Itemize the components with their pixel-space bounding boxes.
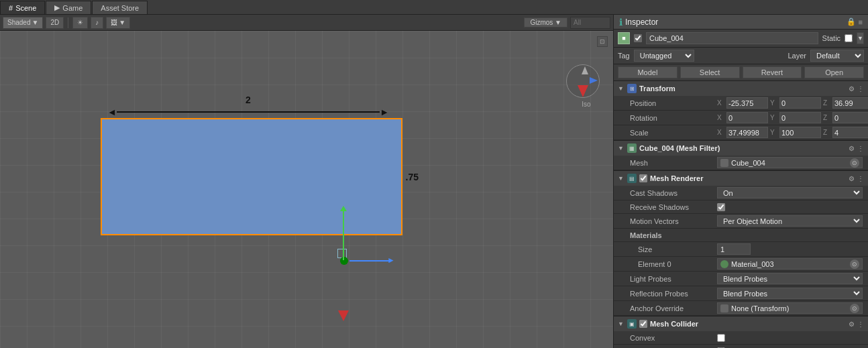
- rotation-x-input[interactable]: [726, 112, 768, 123]
- materials-size-input[interactable]: [717, 243, 751, 255]
- revert-button[interactable]: Revert: [743, 66, 802, 78]
- open-button[interactable]: Open: [804, 66, 864, 78]
- mesh-renderer-more-button[interactable]: ⋮: [857, 175, 864, 182]
- mesh-collider-more-button[interactable]: ⋮: [857, 321, 864, 328]
- rotation-z-input[interactable]: [832, 112, 868, 123]
- rotation-xyz: X Y Z: [717, 112, 868, 123]
- reflection-probes-label: Reflection Probes: [630, 290, 717, 298]
- scene-object[interactable]: [101, 118, 402, 235]
- inflate-mesh-row: Inflate Mesh: [614, 345, 868, 348]
- transform-center-handle[interactable]: [340, 257, 348, 265]
- viewport-maximize-button[interactable]: ⊡: [597, 36, 608, 47]
- element0-label: Element 0: [630, 260, 717, 268]
- shading-button[interactable]: Shaded ▼: [3, 17, 43, 29]
- scale-z-label: Z: [823, 129, 831, 136]
- tag-select[interactable]: Untagged: [634, 50, 694, 62]
- mesh-filter-mesh-select-button[interactable]: ⊙: [850, 158, 859, 168]
- scale-y-input[interactable]: [779, 127, 821, 138]
- anchor-override-select-button[interactable]: ⊙: [850, 304, 859, 313]
- mesh-renderer-settings-button[interactable]: ⚙: [849, 175, 855, 182]
- search-input[interactable]: [570, 17, 610, 29]
- light-probes-select[interactable]: Blend Probes Off Use Proxy Volume: [717, 273, 863, 284]
- layer-select[interactable]: Default: [810, 50, 864, 62]
- tab-scene[interactable]: # Scene: [0, 1, 45, 14]
- materials-label: Materials: [630, 231, 717, 239]
- transform-more-button[interactable]: ⋮: [857, 85, 864, 93]
- position-xyz: X Y Z: [717, 97, 868, 109]
- position-y-input[interactable]: [779, 97, 821, 109]
- mesh-filter-more-button[interactable]: ⋮: [857, 145, 864, 152]
- receive-shadows-checkbox[interactable]: [717, 203, 725, 211]
- audio-button[interactable]: ♪: [91, 17, 103, 29]
- mesh-filter-settings-button[interactable]: ⚙: [849, 145, 855, 152]
- transform-settings-button[interactable]: ⚙: [849, 85, 855, 93]
- select-button[interactable]: Select: [680, 66, 740, 78]
- inspector-panel: ℹ Inspector 🔒 ≡ ■ Static ▼ Tag Untagged …: [613, 15, 868, 348]
- transform-header[interactable]: ▼ ⊞ Transform ⚙ ⋮: [614, 81, 868, 96]
- mesh-renderer-header[interactable]: ▼ ▤ Mesh Renderer ⚙ ⋮: [614, 171, 868, 186]
- arrow-right-icon: ►: [380, 107, 389, 117]
- mesh-collider-checkbox[interactable]: [639, 320, 647, 328]
- position-y-label: Y: [770, 99, 778, 107]
- sun-button[interactable]: ☀: [72, 17, 88, 29]
- mesh-collider-settings-button[interactable]: ⚙: [849, 321, 855, 328]
- scale-x-label: X: [717, 129, 725, 136]
- motion-vectors-row: Motion Vectors Per Object Motion Camera …: [614, 214, 868, 229]
- element0-select-button[interactable]: ⊙: [850, 259, 859, 269]
- layer-label: Layer: [788, 52, 806, 60]
- inspector-lock-button[interactable]: 🔒: [847, 17, 856, 26]
- mesh-filter-icon: ▦: [627, 143, 637, 153]
- scene-tab-label: Scene: [15, 4, 36, 12]
- inspector-title-group: ℹ Inspector: [619, 17, 658, 27]
- fx-button[interactable]: 🖼 ▼: [106, 17, 130, 29]
- object-name-input[interactable]: [646, 32, 818, 44]
- viewport-toolbar: Shaded ▼ 2D ☀ ♪ 🖼 ▼ Gizmos ▼: [0, 15, 613, 31]
- scale-x-input[interactable]: [726, 127, 768, 138]
- 2d-button[interactable]: 2D: [46, 17, 64, 29]
- anchor-override-ref: None (Transform) ⊙: [717, 302, 863, 314]
- tab-game[interactable]: ▶ Game: [46, 1, 91, 14]
- static-dropdown-button[interactable]: ▼: [857, 32, 864, 44]
- mesh-collider-header[interactable]: ▼ ▣ Mesh Collider ⚙ ⋮: [614, 316, 868, 331]
- motion-vectors-select[interactable]: Per Object Motion Camera Motion Only For…: [717, 215, 863, 227]
- tab-asset-store[interactable]: Asset Store: [92, 1, 148, 14]
- object-active-checkbox[interactable]: [634, 34, 642, 42]
- arrow-left-icon: ◄: [107, 107, 117, 117]
- rotation-z-label: Z: [823, 114, 831, 121]
- convex-checkbox[interactable]: [717, 334, 725, 342]
- rotation-label: Rotation: [630, 114, 717, 122]
- viewport-canvas[interactable]: 2 ◄ ► ▲ ▼ .75: [0, 31, 613, 348]
- reflection-probes-select[interactable]: Blend Probes Off Simple: [717, 288, 863, 299]
- gizmo-widget[interactable]: Iso: [566, 64, 606, 118]
- mesh-filter-arrow-icon: ▼: [618, 145, 625, 152]
- gizmos-label: Gizmos: [530, 19, 553, 26]
- gizmos-dropdown-icon: ▼: [555, 19, 561, 26]
- mesh-renderer-checkbox[interactable]: [639, 174, 647, 182]
- gizmo-z-axis: [578, 85, 588, 97]
- rotation-y-input[interactable]: [779, 112, 821, 123]
- mesh-filter-title: Cube_004 (Mesh Filter): [639, 144, 846, 152]
- model-button[interactable]: Model: [618, 66, 677, 78]
- position-x-input[interactable]: [726, 97, 768, 109]
- transform-component: ▼ ⊞ Transform ⚙ ⋮ Position X Y: [614, 81, 868, 141]
- gizmos-button[interactable]: Gizmos ▼: [524, 17, 567, 27]
- scale-z-input[interactable]: [832, 127, 868, 138]
- motion-vectors-value-container: Per Object Motion Camera Motion Only For…: [717, 215, 863, 227]
- inspector-icon: ℹ: [619, 17, 622, 27]
- inspector-menu-button[interactable]: ≡: [859, 17, 863, 26]
- measurement-h-label: 2: [246, 95, 251, 105]
- viewport-controls: ⊡: [597, 36, 608, 47]
- shading-label: Shaded: [7, 19, 30, 26]
- scale-z-item: Z: [823, 127, 868, 138]
- mesh-filter-header[interactable]: ▼ ▦ Cube_004 (Mesh Filter) ⚙ ⋮: [614, 141, 868, 156]
- position-z-input[interactable]: [832, 97, 868, 109]
- materials-size-row: Size: [614, 242, 868, 257]
- static-checkbox[interactable]: [845, 34, 853, 42]
- scale-y-label: Y: [770, 129, 778, 136]
- cast-shadows-select[interactable]: On Off Two Sided Shadows Only: [717, 187, 863, 198]
- motion-vectors-label: Motion Vectors: [630, 217, 717, 225]
- fx-icon: 🖼: [111, 19, 117, 26]
- position-label: Position: [630, 99, 717, 107]
- tab-bar: # Scene ▶ Game Asset Store: [0, 0, 868, 15]
- light-probes-row: Light Probes Blend Probes Off Use Proxy …: [614, 272, 868, 286]
